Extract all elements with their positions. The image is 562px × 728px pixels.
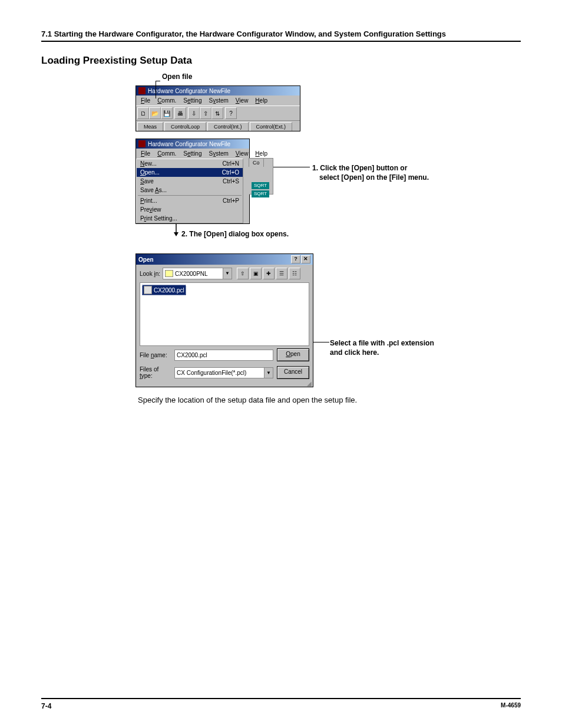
folder-icon xyxy=(165,270,173,277)
toolbar-help-icon[interactable]: ? xyxy=(225,107,237,119)
dialog-filetype-row: Files of type: CX ConfigurationFile(*.pc… xyxy=(136,364,313,381)
callout-step3: Select a file with .pcl extension and cl… xyxy=(330,338,434,357)
app-window-filemenu: Hardware Configurator NewFile File Comm.… xyxy=(135,139,250,224)
menu-item-printsetting[interactable]: Print Setting... xyxy=(137,214,243,223)
look-in-label: Look in: xyxy=(140,271,160,277)
files-of-type-combo[interactable]: CX ConfigurationFile(*.pcl) ▼ xyxy=(174,367,273,378)
page-number: 7-4 xyxy=(41,702,51,710)
menu-item-open[interactable]: Open...Ctrl+O xyxy=(137,168,243,177)
figure-block: Open file Hardware Configurator NewFile … xyxy=(135,74,477,387)
tab-control-ext[interactable]: Control(Ext.) xyxy=(250,122,293,131)
figure-caption: Specify the location of the setup data f… xyxy=(138,396,521,404)
file-name-label: File name: xyxy=(140,352,171,358)
menu-item-print[interactable]: Print...Ctrl+P xyxy=(137,196,243,205)
menu-comm2[interactable]: Comm. xyxy=(154,150,180,157)
sqrt-box2: SQRT xyxy=(252,190,269,197)
menu-help2[interactable]: Help xyxy=(252,150,271,157)
app-icon2 xyxy=(138,140,146,147)
file-item-selected[interactable]: CX2000.pcl xyxy=(142,285,186,295)
titlebar2: Hardware Configurator NewFile xyxy=(136,139,249,149)
file-name-input[interactable]: CX2000.pcl xyxy=(174,350,273,361)
toolbar-save-icon[interactable]: 💾 xyxy=(161,107,173,119)
section-title: Loading Preexisting Setup Data xyxy=(41,55,521,67)
callout-tick xyxy=(156,81,160,81)
filetype-dropdown-icon[interactable]: ▼ xyxy=(264,368,273,378)
files-of-type-label: Files of type: xyxy=(140,366,171,379)
menu-setting2[interactable]: Setting xyxy=(180,150,205,157)
toolbar-sync-icon[interactable]: ⇅ xyxy=(211,107,223,119)
callout-step1: 1. Click the [Open] button or select [Op… xyxy=(312,163,429,182)
toolbar-send-icon[interactable]: ⇧ xyxy=(200,107,211,119)
file-name-value: CX2000.pcl xyxy=(177,352,207,358)
nav-list-icon[interactable]: ☰ xyxy=(276,268,287,279)
file-icon xyxy=(144,286,152,294)
menu-view[interactable]: View xyxy=(232,97,252,104)
page-footer: 7-4 M-4659 xyxy=(41,698,521,710)
menu-item-save[interactable]: SaveCtrl+S xyxy=(137,177,243,186)
callout-step2: 2. The [Open] dialog box opens. xyxy=(181,230,289,238)
tab-controlloop[interactable]: ControlLoop xyxy=(164,122,206,131)
sqrt-box1: SQRT xyxy=(252,182,269,189)
menu-item-new[interactable]: New...Ctrl+N xyxy=(137,159,243,168)
menu-setting[interactable]: Setting xyxy=(180,97,205,104)
titlebar: Hardware Configurator NewFile xyxy=(136,86,300,95)
tab-stub-co: Co xyxy=(249,158,264,167)
app-title: Hardware Configurator NewFile xyxy=(148,88,230,94)
callout3-line xyxy=(313,342,329,342)
menu-file[interactable]: File xyxy=(137,97,154,104)
menu-comm[interactable]: Comm. xyxy=(154,97,180,104)
app-window-toolbar: Hardware Configurator NewFile File Comm.… xyxy=(135,85,300,131)
files-of-type-value: CX ConfigurationFile(*.pcl) xyxy=(177,370,246,376)
dialog-titlebar: Open ? ✕ xyxy=(136,254,313,265)
tab-control-int[interactable]: Control(Int.) xyxy=(207,122,249,131)
menubar: File Comm. Setting System View Help xyxy=(136,95,300,106)
nav-desktop-icon[interactable]: ▣ xyxy=(250,268,262,279)
menu-system[interactable]: System xyxy=(206,97,232,104)
file-item-label: CX2000.pcl xyxy=(154,287,184,294)
menu-system2[interactable]: System xyxy=(206,150,232,157)
page-header: 7.1 Starting the Hardware Configurator, … xyxy=(41,29,521,42)
doc-id: M-4659 xyxy=(501,702,521,710)
file-menu-dropdown: New...Ctrl+N Open...Ctrl+O SaveCtrl+S Sa… xyxy=(136,159,243,223)
menu-item-saveas[interactable]: Save As... xyxy=(137,186,243,195)
nav-newfolder-icon[interactable]: ✚ xyxy=(263,268,275,279)
combo-dropdown-icon[interactable]: ▼ xyxy=(223,268,232,279)
dialog-nav-buttons: ⇧ ▣ ✚ ☰ ☷ xyxy=(237,268,300,279)
tabs: Meas ControlLoop Control(Int.) Control(E… xyxy=(136,121,300,131)
menu-divider xyxy=(138,195,242,196)
dialog-filename-row: File name: CX2000.pcl Open xyxy=(136,346,313,364)
nav-up-icon[interactable]: ⇧ xyxy=(237,268,249,279)
toolbar-open-icon[interactable]: 📂 xyxy=(149,107,161,119)
look-in-value: CX2000PNL xyxy=(175,271,208,277)
cancel-button[interactable]: Cancel xyxy=(277,366,309,379)
toolbar-recv-icon[interactable]: ⇩ xyxy=(188,107,200,119)
tab-meas[interactable]: Meas xyxy=(137,122,163,131)
app-icon xyxy=(138,87,146,94)
toolbar-print-icon[interactable]: 🖶 xyxy=(174,107,186,119)
menubar2: File Comm. Setting System View Help xyxy=(136,149,249,159)
svg-marker-1 xyxy=(174,232,178,236)
callout-open-file: Open file xyxy=(162,73,192,81)
menu-item-preview[interactable]: Preview xyxy=(137,205,243,214)
file-list[interactable]: CX2000.pcl xyxy=(140,282,309,346)
app-title2: Hardware Configurator NewFile xyxy=(148,141,230,147)
dialog-help-button[interactable]: ? xyxy=(291,255,300,263)
open-button[interactable]: Open xyxy=(277,348,309,361)
callout-line xyxy=(156,81,156,98)
look-in-combo[interactable]: CX2000PNL ▼ xyxy=(163,268,232,279)
menu-file2[interactable]: File xyxy=(137,150,154,157)
dialog-toprow: Look in: CX2000PNL ▼ ⇧ ▣ ✚ ☰ ☷ xyxy=(136,265,313,282)
window-background-stub: Co SQRT SQRT xyxy=(249,158,273,195)
dialog-close-button[interactable]: ✕ xyxy=(301,255,310,263)
resize-grip-icon[interactable]: ◢ xyxy=(136,381,313,387)
dialog-title: Open xyxy=(138,256,154,263)
menu-help[interactable]: Help xyxy=(252,97,271,104)
toolbar: 🗋 📂 💾 🖶 ⇩ ⇧ ⇅ ? xyxy=(136,106,300,121)
nav-details-icon[interactable]: ☷ xyxy=(289,268,300,279)
open-dialog: Open ? ✕ Look in: CX2000PNL ▼ ⇧ ▣ ✚ ☰ xyxy=(135,253,313,387)
toolbar-new-icon[interactable]: 🗋 xyxy=(137,107,149,119)
menu-view2[interactable]: View xyxy=(232,150,252,157)
